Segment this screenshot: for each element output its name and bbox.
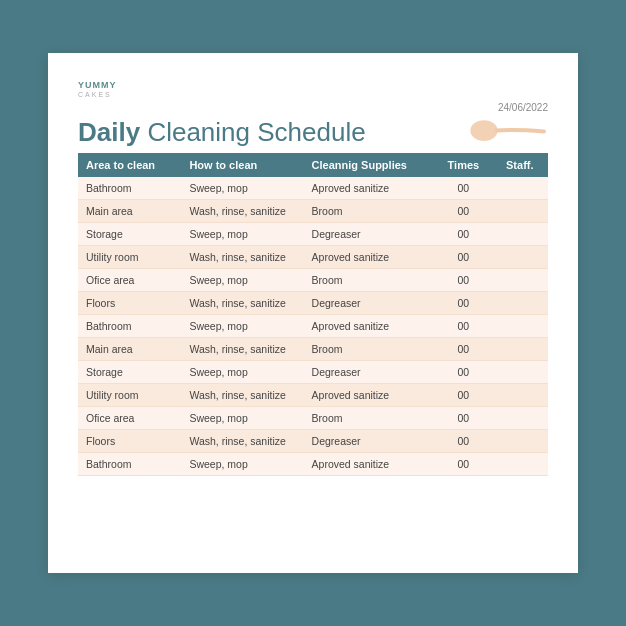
cell-0-2: Aproved sanitize xyxy=(304,177,436,200)
cell-4-1: Sweep, mop xyxy=(181,268,303,291)
cell-10-4 xyxy=(492,406,548,429)
cell-5-0: Floors xyxy=(78,291,181,314)
table-row: Utility roomWash, rinse, sanitizeAproved… xyxy=(78,383,548,406)
cell-12-2: Aproved sanitize xyxy=(304,452,436,475)
cell-1-3: 00 xyxy=(435,199,491,222)
table-row: FloorsWash, rinse, sanitizeDegreaser00 xyxy=(78,291,548,314)
cell-11-1: Wash, rinse, sanitize xyxy=(181,429,303,452)
cell-2-2: Degreaser xyxy=(304,222,436,245)
table-body: BathroomSweep, mopAproved sanitize00Main… xyxy=(78,177,548,476)
table-row: Ofice areaSweep, mopBroom00 xyxy=(78,406,548,429)
spoon-area: 24/06/2022 xyxy=(468,102,548,147)
cell-2-3: 00 xyxy=(435,222,491,245)
cell-9-2: Aproved sanitize xyxy=(304,383,436,406)
cell-2-1: Sweep, mop xyxy=(181,222,303,245)
cell-6-4 xyxy=(492,314,548,337)
cell-1-4 xyxy=(492,199,548,222)
cell-12-0: Bathroom xyxy=(78,452,181,475)
cell-1-1: Wash, rinse, sanitize xyxy=(181,199,303,222)
cell-3-1: Wash, rinse, sanitize xyxy=(181,245,303,268)
table-row: BathroomSweep, mopAproved sanitize00 xyxy=(78,314,548,337)
cell-11-3: 00 xyxy=(435,429,491,452)
cell-5-3: 00 xyxy=(435,291,491,314)
cell-9-0: Utility room xyxy=(78,383,181,406)
table-row: Main areaWash, rinse, sanitizeBroom00 xyxy=(78,199,548,222)
cell-10-3: 00 xyxy=(435,406,491,429)
document-card: YUMMY CAKES Daily Cleaning Schedule 24/0… xyxy=(48,53,578,573)
title-bold: Daily xyxy=(78,117,140,147)
cell-5-2: Degreaser xyxy=(304,291,436,314)
table-row: StorageSweep, mopDegreaser00 xyxy=(78,360,548,383)
cell-3-4 xyxy=(492,245,548,268)
table-row: BathroomSweep, mopAproved sanitize00 xyxy=(78,452,548,475)
header-row: Daily Cleaning Schedule 24/06/2022 xyxy=(78,102,548,147)
cell-11-2: Degreaser xyxy=(304,429,436,452)
spoon-icon xyxy=(468,115,548,147)
cell-11-4 xyxy=(492,429,548,452)
brand-sub: CAKES xyxy=(78,91,548,98)
cell-6-3: 00 xyxy=(435,314,491,337)
cell-5-1: Wash, rinse, sanitize xyxy=(181,291,303,314)
col-header-staff: Staff. xyxy=(492,153,548,177)
cell-7-3: 00 xyxy=(435,337,491,360)
cell-12-4 xyxy=(492,452,548,475)
cell-12-3: 00 xyxy=(435,452,491,475)
cell-3-3: 00 xyxy=(435,245,491,268)
date-label: 24/06/2022 xyxy=(498,102,548,113)
cell-0-4 xyxy=(492,177,548,200)
cell-7-0: Main area xyxy=(78,337,181,360)
cell-0-0: Bathroom xyxy=(78,177,181,200)
cell-3-0: Utility room xyxy=(78,245,181,268)
cell-7-2: Broom xyxy=(304,337,436,360)
brand-name: YUMMY xyxy=(78,81,548,91)
cell-10-2: Broom xyxy=(304,406,436,429)
cell-8-0: Storage xyxy=(78,360,181,383)
logo: YUMMY CAKES xyxy=(78,81,548,98)
cell-1-0: Main area xyxy=(78,199,181,222)
cell-4-0: Ofice area xyxy=(78,268,181,291)
cell-6-2: Aproved sanitize xyxy=(304,314,436,337)
table-row: BathroomSweep, mopAproved sanitize00 xyxy=(78,177,548,200)
table-row: FloorsWash, rinse, sanitizeDegreaser00 xyxy=(78,429,548,452)
table-row: Ofice areaSweep, mopBroom00 xyxy=(78,268,548,291)
table-row: Main areaWash, rinse, sanitizeBroom00 xyxy=(78,337,548,360)
cell-2-4 xyxy=(492,222,548,245)
table-row: StorageSweep, mopDegreaser00 xyxy=(78,222,548,245)
cell-0-3: 00 xyxy=(435,177,491,200)
cell-8-2: Degreaser xyxy=(304,360,436,383)
cleaning-schedule-table: Area to clean How to clean Cleannig Supp… xyxy=(78,153,548,476)
cell-9-1: Wash, rinse, sanitize xyxy=(181,383,303,406)
cell-0-1: Sweep, mop xyxy=(181,177,303,200)
cell-8-4 xyxy=(492,360,548,383)
table-row: Utility roomWash, rinse, sanitizeAproved… xyxy=(78,245,548,268)
cell-11-0: Floors xyxy=(78,429,181,452)
cell-5-4 xyxy=(492,291,548,314)
cell-3-2: Aproved sanitize xyxy=(304,245,436,268)
cell-9-4 xyxy=(492,383,548,406)
cell-9-3: 00 xyxy=(435,383,491,406)
cell-1-2: Broom xyxy=(304,199,436,222)
cell-10-0: Ofice area xyxy=(78,406,181,429)
svg-point-0 xyxy=(470,120,497,141)
cell-7-4 xyxy=(492,337,548,360)
cell-8-1: Sweep, mop xyxy=(181,360,303,383)
cell-7-1: Wash, rinse, sanitize xyxy=(181,337,303,360)
cell-4-4 xyxy=(492,268,548,291)
col-header-supply: Cleannig Supplies xyxy=(304,153,436,177)
table-header-row: Area to clean How to clean Cleannig Supp… xyxy=(78,153,548,177)
cell-4-2: Broom xyxy=(304,268,436,291)
cell-8-3: 00 xyxy=(435,360,491,383)
cell-2-0: Storage xyxy=(78,222,181,245)
cell-12-1: Sweep, mop xyxy=(181,452,303,475)
title-rest: Cleaning Schedule xyxy=(140,117,366,147)
page-title: Daily Cleaning Schedule xyxy=(78,118,366,147)
col-header-area: Area to clean xyxy=(78,153,181,177)
cell-10-1: Sweep, mop xyxy=(181,406,303,429)
cell-4-3: 00 xyxy=(435,268,491,291)
cell-6-1: Sweep, mop xyxy=(181,314,303,337)
col-header-times: Times xyxy=(435,153,491,177)
col-header-how: How to clean xyxy=(181,153,303,177)
cell-6-0: Bathroom xyxy=(78,314,181,337)
